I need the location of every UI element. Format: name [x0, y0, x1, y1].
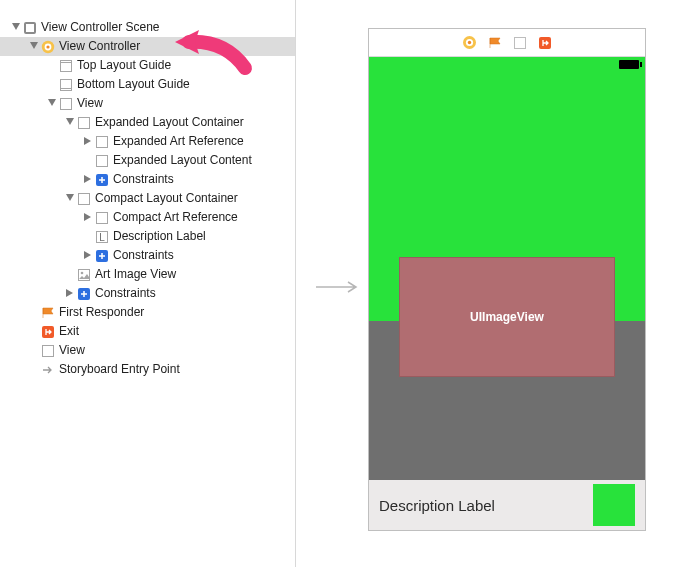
- entry-arrow-icon: [40, 362, 55, 377]
- description-label-preview[interactable]: Description Label: [379, 497, 495, 514]
- outline-label: View: [77, 96, 103, 111]
- outline-label: Exit: [59, 324, 79, 339]
- disclosure-icon[interactable]: [84, 175, 91, 183]
- outline-row-scene[interactable]: View Controller Scene: [0, 18, 295, 37]
- scene-top-bar: [369, 29, 645, 57]
- outline-row-desclabel[interactable]: L Description Label: [0, 227, 295, 246]
- svg-text:L: L: [99, 232, 105, 243]
- disclosure-icon[interactable]: [84, 213, 91, 221]
- outline-row-constraints2[interactable]: Constraints: [0, 246, 295, 265]
- constraints-icon: [76, 286, 91, 301]
- outline-label: First Responder: [59, 305, 144, 320]
- disclosure-icon[interactable]: [30, 42, 38, 49]
- layout-guide-icon: [58, 58, 73, 73]
- exit-icon: [40, 324, 55, 339]
- svg-rect-23: [42, 345, 53, 356]
- svg-rect-15: [96, 212, 107, 223]
- viewcontroller-icon: [40, 39, 55, 54]
- outline-label: Constraints: [113, 172, 174, 187]
- view-icon: [76, 191, 91, 206]
- svg-point-26: [468, 41, 471, 44]
- disclosure-icon[interactable]: [66, 289, 73, 297]
- outline-row-view[interactable]: View: [0, 94, 295, 113]
- scene-icon: [22, 20, 37, 35]
- outline-row-topguide[interactable]: Top Layout Guide: [0, 56, 295, 75]
- outline-label: Storyboard Entry Point: [59, 362, 180, 377]
- disclosure-icon[interactable]: [66, 118, 74, 125]
- view-icon: [58, 96, 73, 111]
- first-responder-icon: [40, 305, 55, 320]
- outline-label: Compact Layout Container: [95, 191, 238, 206]
- outline-row-entrypoint[interactable]: Storyboard Entry Point: [0, 360, 295, 379]
- interface-builder-canvas[interactable]: UIImageView Description Label: [296, 0, 687, 567]
- outline-label: Expanded Art Reference: [113, 134, 244, 149]
- outline-row-expcontainer[interactable]: Expanded Layout Container: [0, 113, 295, 132]
- outline-label: View: [59, 343, 85, 358]
- view-icon: [94, 134, 109, 149]
- battery-icon: [619, 60, 639, 69]
- svg-point-20: [80, 271, 83, 274]
- svg-rect-14: [78, 193, 89, 204]
- svg-rect-11: [96, 136, 107, 147]
- outline-row-expartref[interactable]: Expanded Art Reference: [0, 132, 295, 151]
- view-icon: [94, 210, 109, 225]
- outline-row-cmpcontainer[interactable]: Compact Layout Container: [0, 189, 295, 208]
- imageview-placeholder-label: UIImageView: [470, 310, 544, 324]
- constraints-icon: [94, 172, 109, 187]
- svg-rect-1: [26, 24, 34, 32]
- layout-guide-icon: [58, 77, 73, 92]
- view-icon: [40, 343, 55, 358]
- outline-row-constraints[interactable]: Constraints: [0, 170, 295, 189]
- first-responder-icon[interactable]: [487, 35, 502, 50]
- outline-row-exit[interactable]: Exit: [0, 322, 295, 341]
- outline-row-constraints3[interactable]: Constraints: [0, 284, 295, 303]
- scene-outline-panel: View Controller Scene View Controller To…: [0, 0, 296, 567]
- svg-rect-27: [514, 37, 525, 48]
- outline-label: Constraints: [95, 286, 156, 301]
- art-imageview-preview[interactable]: UIImageView: [399, 257, 615, 377]
- view-icon: [76, 115, 91, 130]
- outline-label: Expanded Layout Container: [95, 115, 244, 130]
- disclosure-icon[interactable]: [48, 99, 56, 106]
- disclosure-icon[interactable]: [84, 137, 91, 145]
- outline-label: Constraints: [113, 248, 174, 263]
- outline-row-artimageview[interactable]: Art Image View: [0, 265, 295, 284]
- outline-row-cmpartref[interactable]: Compact Art Reference: [0, 208, 295, 227]
- svg-point-4: [46, 45, 49, 48]
- view-icon[interactable]: [512, 35, 527, 50]
- outline-label: Description Label: [113, 229, 206, 244]
- disclosure-icon[interactable]: [12, 23, 20, 30]
- disclosure-icon[interactable]: [66, 194, 74, 201]
- bottom-bar-preview[interactable]: Description Label: [369, 480, 645, 530]
- constraints-icon: [94, 248, 109, 263]
- svg-rect-12: [96, 155, 107, 166]
- outline-label: View Controller Scene: [41, 20, 160, 35]
- svg-rect-9: [60, 98, 71, 109]
- outline-label: Expanded Layout Content: [113, 153, 252, 168]
- imageview-icon: [76, 267, 91, 282]
- outline-row-expcontent[interactable]: Expanded Layout Content: [0, 151, 295, 170]
- viewcontroller-icon[interactable]: [462, 35, 477, 50]
- loose-view-preview[interactable]: [593, 484, 635, 526]
- device-canvas-frame[interactable]: UIImageView Description Label: [368, 28, 646, 531]
- outline-label: Top Layout Guide: [77, 58, 171, 73]
- view-icon: [94, 153, 109, 168]
- label-icon: L: [94, 229, 109, 244]
- outline-row-bottomguide[interactable]: Bottom Layout Guide: [0, 75, 295, 94]
- outline-label: Compact Art Reference: [113, 210, 238, 225]
- outline-row-firstresponder[interactable]: First Responder: [0, 303, 295, 322]
- exit-icon[interactable]: [537, 35, 552, 50]
- outline-row-viewcontroller[interactable]: View Controller: [0, 37, 295, 56]
- outline-label: Art Image View: [95, 267, 176, 282]
- svg-rect-10: [78, 117, 89, 128]
- outline-label: Bottom Layout Guide: [77, 77, 190, 92]
- storyboard-entry-arrow-icon: [314, 280, 364, 294]
- outline-label: View Controller: [59, 39, 140, 54]
- outline-row-looseview[interactable]: View: [0, 341, 295, 360]
- disclosure-icon[interactable]: [84, 251, 91, 259]
